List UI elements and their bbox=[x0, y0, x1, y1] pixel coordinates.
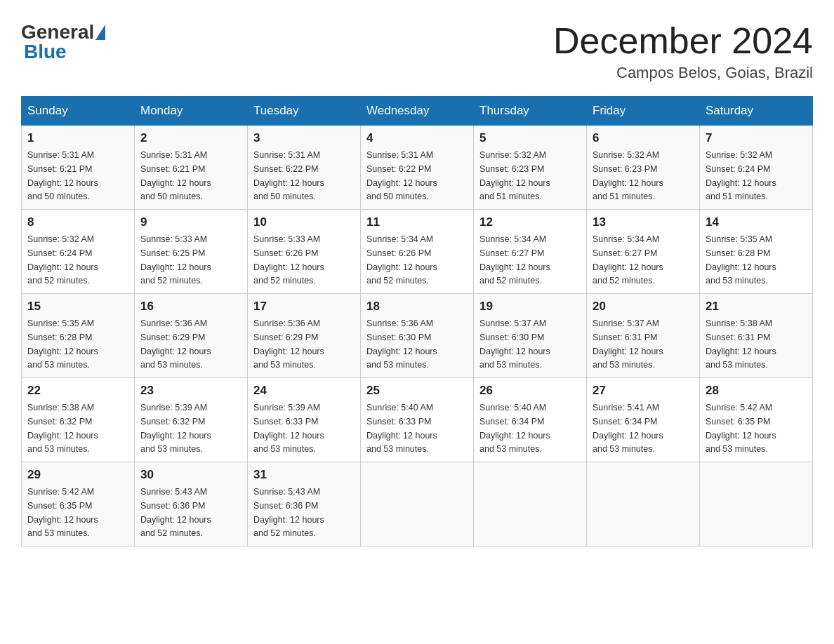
day-info: Sunrise: 5:42 AMSunset: 6:35 PMDaylight:… bbox=[706, 403, 776, 454]
calendar-cell: 21 Sunrise: 5:38 AMSunset: 6:31 PMDaylig… bbox=[700, 294, 813, 378]
calendar-cell: 10 Sunrise: 5:33 AMSunset: 6:26 PMDaylig… bbox=[248, 210, 361, 294]
calendar-cell bbox=[361, 462, 474, 546]
day-number: 28 bbox=[706, 384, 807, 398]
calendar-cell: 4 Sunrise: 5:31 AMSunset: 6:22 PMDayligh… bbox=[361, 126, 474, 210]
day-info: Sunrise: 5:40 AMSunset: 6:33 PMDaylight:… bbox=[366, 403, 437, 454]
calendar-cell: 3 Sunrise: 5:31 AMSunset: 6:22 PMDayligh… bbox=[248, 126, 361, 210]
calendar-cell: 20 Sunrise: 5:37 AMSunset: 6:31 PMDaylig… bbox=[587, 294, 700, 378]
day-number: 10 bbox=[253, 215, 355, 229]
day-info: Sunrise: 5:31 AMSunset: 6:22 PMDaylight:… bbox=[366, 150, 437, 201]
calendar-cell: 17 Sunrise: 5:36 AMSunset: 6:29 PMDaylig… bbox=[248, 294, 361, 378]
calendar-cell: 30 Sunrise: 5:43 AMSunset: 6:36 PMDaylig… bbox=[135, 462, 248, 546]
col-sunday: Sunday bbox=[22, 97, 135, 126]
day-number: 13 bbox=[593, 215, 694, 229]
day-number: 9 bbox=[140, 215, 241, 229]
day-info: Sunrise: 5:36 AMSunset: 6:30 PMDaylight:… bbox=[366, 318, 437, 370]
col-friday: Friday bbox=[587, 97, 700, 126]
day-info: Sunrise: 5:37 AMSunset: 6:30 PMDaylight:… bbox=[479, 318, 550, 370]
day-number: 1 bbox=[27, 131, 128, 145]
week-row-3: 15 Sunrise: 5:35 AMSunset: 6:28 PMDaylig… bbox=[22, 294, 813, 378]
col-monday: Monday bbox=[135, 97, 248, 126]
calendar-cell bbox=[700, 462, 813, 546]
week-row-5: 29 Sunrise: 5:42 AMSunset: 6:35 PMDaylig… bbox=[22, 462, 813, 546]
day-info: Sunrise: 5:40 AMSunset: 6:34 PMDaylight:… bbox=[479, 403, 550, 454]
day-info: Sunrise: 5:43 AMSunset: 6:36 PMDaylight:… bbox=[253, 487, 324, 538]
col-saturday: Saturday bbox=[700, 97, 813, 126]
calendar-cell: 23 Sunrise: 5:39 AMSunset: 6:32 PMDaylig… bbox=[135, 378, 248, 462]
calendar-cell: 14 Sunrise: 5:35 AMSunset: 6:28 PMDaylig… bbox=[700, 210, 813, 294]
day-info: Sunrise: 5:34 AMSunset: 6:26 PMDaylight:… bbox=[366, 234, 437, 286]
title-area: December 2024 Campos Belos, Goias, Brazi… bbox=[553, 21, 813, 82]
day-number: 15 bbox=[27, 300, 128, 314]
day-number: 5 bbox=[479, 131, 581, 145]
day-number: 2 bbox=[140, 131, 241, 145]
calendar-cell bbox=[474, 462, 587, 546]
week-row-4: 22 Sunrise: 5:38 AMSunset: 6:32 PMDaylig… bbox=[22, 378, 813, 462]
calendar-cell: 18 Sunrise: 5:36 AMSunset: 6:30 PMDaylig… bbox=[361, 294, 474, 378]
day-info: Sunrise: 5:33 AMSunset: 6:25 PMDaylight:… bbox=[140, 234, 211, 286]
day-number: 8 bbox=[27, 215, 128, 229]
day-number: 16 bbox=[140, 300, 241, 314]
day-info: Sunrise: 5:32 AMSunset: 6:24 PMDaylight:… bbox=[706, 150, 776, 201]
logo-blue: Blue bbox=[24, 41, 67, 62]
day-info: Sunrise: 5:35 AMSunset: 6:28 PMDaylight:… bbox=[27, 318, 98, 370]
calendar-cell: 29 Sunrise: 5:42 AMSunset: 6:35 PMDaylig… bbox=[22, 462, 135, 546]
day-info: Sunrise: 5:42 AMSunset: 6:35 PMDaylight:… bbox=[27, 487, 98, 538]
day-number: 30 bbox=[140, 468, 241, 482]
calendar-header-row: Sunday Monday Tuesday Wednesday Thursday… bbox=[22, 97, 813, 126]
day-number: 20 bbox=[593, 300, 694, 314]
location: Campos Belos, Goias, Brazil bbox=[553, 64, 813, 82]
col-wednesday: Wednesday bbox=[361, 97, 474, 126]
calendar-cell: 31 Sunrise: 5:43 AMSunset: 6:36 PMDaylig… bbox=[248, 462, 361, 546]
calendar-cell: 1 Sunrise: 5:31 AMSunset: 6:21 PMDayligh… bbox=[22, 126, 135, 210]
day-number: 21 bbox=[706, 300, 807, 314]
day-number: 4 bbox=[366, 131, 468, 145]
day-info: Sunrise: 5:36 AMSunset: 6:29 PMDaylight:… bbox=[140, 318, 211, 370]
calendar-cell: 13 Sunrise: 5:34 AMSunset: 6:27 PMDaylig… bbox=[587, 210, 700, 294]
day-info: Sunrise: 5:39 AMSunset: 6:33 PMDaylight:… bbox=[253, 403, 324, 454]
day-info: Sunrise: 5:39 AMSunset: 6:32 PMDaylight:… bbox=[140, 403, 211, 454]
calendar-cell: 6 Sunrise: 5:32 AMSunset: 6:23 PMDayligh… bbox=[587, 126, 700, 210]
calendar-cell: 12 Sunrise: 5:34 AMSunset: 6:27 PMDaylig… bbox=[474, 210, 587, 294]
calendar-cell: 7 Sunrise: 5:32 AMSunset: 6:24 PMDayligh… bbox=[700, 126, 813, 210]
day-info: Sunrise: 5:31 AMSunset: 6:22 PMDaylight:… bbox=[253, 150, 324, 201]
day-number: 12 bbox=[479, 215, 581, 229]
calendar-cell: 16 Sunrise: 5:36 AMSunset: 6:29 PMDaylig… bbox=[135, 294, 248, 378]
day-info: Sunrise: 5:32 AMSunset: 6:24 PMDaylight:… bbox=[27, 234, 98, 286]
calendar-cell: 19 Sunrise: 5:37 AMSunset: 6:30 PMDaylig… bbox=[474, 294, 587, 378]
day-number: 24 bbox=[253, 384, 355, 398]
day-number: 29 bbox=[27, 468, 128, 482]
calendar-cell: 8 Sunrise: 5:32 AMSunset: 6:24 PMDayligh… bbox=[22, 210, 135, 294]
calendar-cell: 5 Sunrise: 5:32 AMSunset: 6:23 PMDayligh… bbox=[474, 126, 587, 210]
day-number: 17 bbox=[253, 300, 355, 314]
day-info: Sunrise: 5:38 AMSunset: 6:32 PMDaylight:… bbox=[27, 403, 98, 454]
day-info: Sunrise: 5:41 AMSunset: 6:34 PMDaylight:… bbox=[593, 403, 663, 454]
day-info: Sunrise: 5:34 AMSunset: 6:27 PMDaylight:… bbox=[479, 234, 550, 286]
day-number: 22 bbox=[27, 384, 128, 398]
calendar-cell: 15 Sunrise: 5:35 AMSunset: 6:28 PMDaylig… bbox=[22, 294, 135, 378]
col-thursday: Thursday bbox=[474, 97, 587, 126]
day-number: 26 bbox=[479, 384, 581, 398]
day-number: 27 bbox=[593, 384, 694, 398]
day-info: Sunrise: 5:37 AMSunset: 6:31 PMDaylight:… bbox=[593, 318, 663, 370]
calendar-cell: 26 Sunrise: 5:40 AMSunset: 6:34 PMDaylig… bbox=[474, 378, 587, 462]
day-info: Sunrise: 5:31 AMSunset: 6:21 PMDaylight:… bbox=[27, 150, 98, 201]
day-number: 6 bbox=[593, 131, 694, 145]
calendar-cell bbox=[587, 462, 700, 546]
day-number: 25 bbox=[366, 384, 468, 398]
day-info: Sunrise: 5:32 AMSunset: 6:23 PMDaylight:… bbox=[593, 150, 663, 201]
calendar-cell: 28 Sunrise: 5:42 AMSunset: 6:35 PMDaylig… bbox=[700, 378, 813, 462]
month-title: December 2024 bbox=[553, 21, 813, 61]
day-info: Sunrise: 5:43 AMSunset: 6:36 PMDaylight:… bbox=[140, 487, 211, 538]
day-info: Sunrise: 5:36 AMSunset: 6:29 PMDaylight:… bbox=[253, 318, 324, 370]
col-tuesday: Tuesday bbox=[248, 97, 361, 126]
day-info: Sunrise: 5:31 AMSunset: 6:21 PMDaylight:… bbox=[140, 150, 211, 201]
calendar-cell: 25 Sunrise: 5:40 AMSunset: 6:33 PMDaylig… bbox=[361, 378, 474, 462]
day-number: 31 bbox=[253, 468, 355, 482]
logo: General Blue bbox=[21, 21, 107, 63]
calendar-cell: 2 Sunrise: 5:31 AMSunset: 6:21 PMDayligh… bbox=[135, 126, 248, 210]
logo-triangle-icon bbox=[95, 25, 105, 40]
day-number: 7 bbox=[706, 131, 807, 145]
day-number: 11 bbox=[366, 215, 468, 229]
day-number: 14 bbox=[706, 215, 807, 229]
